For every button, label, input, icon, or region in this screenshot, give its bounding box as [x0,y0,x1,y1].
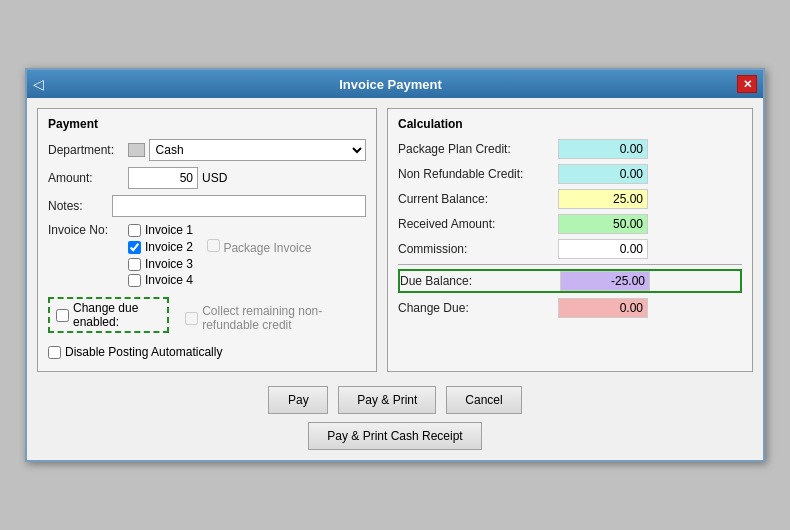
divider [398,264,742,265]
action-buttons-row1: Pay Pay & Print Cancel [37,386,753,414]
department-row: Department: Cash [48,139,366,161]
calc-row-2: Current Balance: 25.00 [398,189,742,209]
package-invoice-checkbox[interactable] [207,239,220,252]
calc-label-4: Commission: [398,242,558,256]
calc-row-6: Change Due: 0.00 [398,298,742,318]
calc-value-6: 0.00 [558,298,648,318]
calculation-title: Calculation [398,117,742,131]
pay-print-receipt-button[interactable]: Pay & Print Cash Receipt [308,422,481,450]
calc-value-4: 0.00 [558,239,648,259]
disable-posting-row: Disable Posting Automatically [48,345,366,359]
change-due-box: Change due enabled: [48,297,169,333]
department-icon [128,143,145,157]
calc-value-5: -25.00 [560,271,650,291]
invoice-1-row: Invoice 1 [128,223,311,237]
calc-row-3: Received Amount: 50.00 [398,214,742,234]
calc-label-3: Received Amount: [398,217,558,231]
notes-input[interactable] [112,195,367,217]
disable-posting-checkbox[interactable] [48,346,61,359]
titlebar: ◁ Invoice Payment ✕ [27,70,763,98]
disable-posting-label: Disable Posting Automatically [65,345,222,359]
pay-print-button[interactable]: Pay & Print [338,386,436,414]
department-select[interactable]: Cash [149,139,366,161]
payment-title: Payment [48,117,366,131]
calc-label-5: Due Balance: [400,274,560,288]
invoice-section: Invoice No: Invoice 1 Invoice 2 [48,223,366,289]
invoice-3-row: Invoice 3 [128,257,311,271]
invoice-4-checkbox[interactable] [128,274,141,287]
action-buttons-row2: Pay & Print Cash Receipt [37,422,753,450]
calc-row-5: Due Balance: -25.00 [398,269,742,293]
department-field: Cash [128,139,366,161]
change-due-label: Change due enabled: [73,301,161,329]
currency-label: USD [202,171,227,185]
calculation-panel: Calculation Package Plan Credit: 0.00 No… [387,108,753,372]
window-title: Invoice Payment [44,77,737,92]
calc-label-2: Current Balance: [398,192,558,206]
invoice-label: Invoice No: [48,223,128,289]
change-due-checkbox[interactable] [56,309,69,322]
calc-label-6: Change Due: [398,301,558,315]
invoice-4-label: Invoice 4 [145,273,193,287]
invoice-2-label: Invoice 2 [145,240,193,254]
invoice-4-row: Invoice 4 [128,273,311,287]
calc-value-3: 50.00 [558,214,648,234]
notes-label: Notes: [48,199,112,213]
collect-row: Collect remaining non-refundable credit [185,304,366,332]
package-invoice-label: Package Invoice [223,241,311,255]
amount-row: Amount: USD [48,167,366,189]
cancel-button[interactable]: Cancel [446,386,521,414]
calc-value-0: 0.00 [558,139,648,159]
notes-row: Notes: [48,195,366,217]
invoice-1-label: Invoice 1 [145,223,193,237]
close-button[interactable]: ✕ [737,75,757,93]
collect-credit-checkbox[interactable] [185,312,198,325]
calc-row-1: Non Refundable Credit: 0.00 [398,164,742,184]
calc-value-1: 0.00 [558,164,648,184]
invoice-1-checkbox[interactable] [128,224,141,237]
invoice-payment-window: ◁ Invoice Payment ✕ Payment Department: … [25,68,765,462]
invoice-3-checkbox[interactable] [128,258,141,271]
calc-label-0: Package Plan Credit: [398,142,558,156]
payment-panel: Payment Department: Cash Amount: USD [37,108,377,372]
collect-credit-label: Collect remaining non-refundable credit [202,304,366,332]
content-area: Payment Department: Cash Amount: USD [27,98,763,460]
invoice-2-checkbox[interactable] [128,241,141,254]
amount-input[interactable] [128,167,198,189]
department-label: Department: [48,143,128,157]
invoice-3-label: Invoice 3 [145,257,193,271]
back-button[interactable]: ◁ [33,76,44,92]
panels: Payment Department: Cash Amount: USD [37,108,753,372]
calc-row-4: Commission: 0.00 [398,239,742,259]
calc-value-2: 25.00 [558,189,648,209]
amount-label: Amount: [48,171,128,185]
calc-row-0: Package Plan Credit: 0.00 [398,139,742,159]
pay-button[interactable]: Pay [268,386,328,414]
invoice-2-row: Invoice 2 Package Invoice [128,239,311,255]
invoice-list: Invoice 1 Invoice 2 Package Invoice [128,223,311,289]
calc-label-1: Non Refundable Credit: [398,167,558,181]
